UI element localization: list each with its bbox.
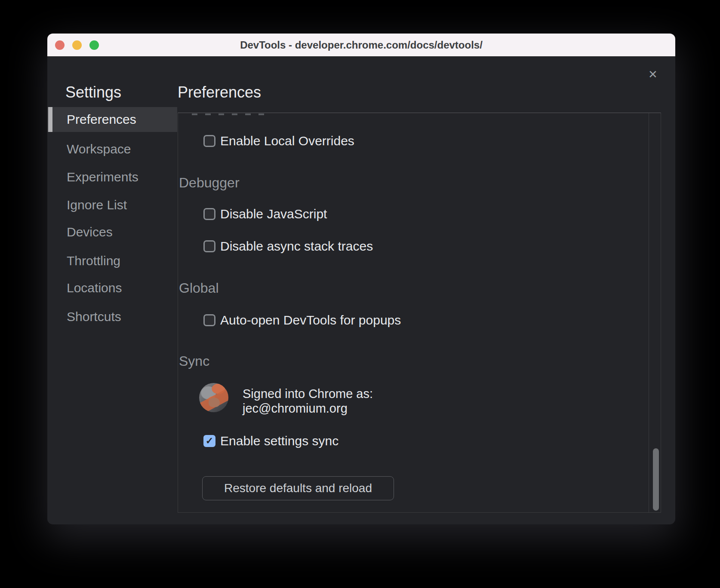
- close-traffic-light-icon[interactable]: [55, 40, 65, 50]
- minimize-traffic-light-icon[interactable]: [72, 40, 82, 50]
- setting-row-enable-local-overrides[interactable]: ✓ Enable Local Overrides: [203, 135, 354, 147]
- settings-heading: Settings: [65, 83, 121, 102]
- sidebar-item-devices[interactable]: Devices: [47, 220, 177, 245]
- checkbox-disable-javascript[interactable]: ✓: [203, 208, 215, 220]
- close-icon[interactable]: ✕: [646, 68, 660, 81]
- account-avatar: [199, 383, 228, 412]
- account-email: jec@chromium.org: [243, 401, 373, 416]
- traffic-lights: [55, 34, 99, 56]
- restore-defaults-button[interactable]: Restore defaults and reload: [202, 476, 394, 500]
- sidebar-item-preferences[interactable]: Preferences: [47, 107, 177, 132]
- setting-row-enable-settings-sync[interactable]: ✓ Enable settings sync: [203, 435, 338, 447]
- zoom-traffic-light-icon[interactable]: [89, 40, 99, 50]
- devtools-settings-window: DevTools - developer.chrome.com/docs/dev…: [47, 34, 675, 524]
- setting-row-disable-javascript[interactable]: ✓ Disable JavaScript: [203, 208, 327, 220]
- preferences-pane: ✓ Enable Local Overrides Debugger ✓ Disa…: [178, 113, 661, 513]
- checkbox-auto-open-devtools[interactable]: ✓: [203, 314, 215, 326]
- checkbox-enable-local-overrides[interactable]: ✓: [203, 135, 215, 147]
- section-heading-sync: Sync: [179, 353, 209, 369]
- checkbox-disable-async-stack-traces[interactable]: ✓: [203, 240, 215, 252]
- selected-tab-accent-bar: [48, 107, 52, 132]
- sidebar-item-locations[interactable]: Locations: [47, 276, 177, 300]
- section-heading-debugger: Debugger: [179, 175, 240, 191]
- clipped-scrolled-row: [192, 113, 264, 115]
- setting-row-disable-async-stack-traces[interactable]: ✓ Disable async stack traces: [203, 240, 373, 253]
- sidebar-item-workspace[interactable]: Workspace: [47, 137, 177, 162]
- account-info: Signed into Chrome as: jec@chromium.org: [243, 386, 373, 416]
- checkmark-icon: ✓: [206, 436, 213, 446]
- checkbox-enable-settings-sync[interactable]: ✓: [203, 435, 215, 447]
- sidebar-item-ignore-list[interactable]: Ignore List: [47, 193, 177, 217]
- section-heading-global: Global: [179, 280, 219, 296]
- window-titlebar[interactable]: DevTools - developer.chrome.com/docs/dev…: [47, 34, 675, 57]
- window-title: DevTools - developer.chrome.com/docs/dev…: [240, 39, 483, 51]
- sidebar-item-throttling[interactable]: Throttling: [47, 248, 177, 273]
- page-title: Preferences: [178, 83, 261, 102]
- setting-row-auto-open-devtools[interactable]: ✓ Auto-open DevTools for popups: [203, 314, 401, 327]
- signed-in-text: Signed into Chrome as:: [243, 386, 373, 401]
- sidebar-item-experiments[interactable]: Experiments: [47, 165, 177, 190]
- screen-background: DevTools - developer.chrome.com/docs/dev…: [0, 0, 720, 588]
- scrollbar-thumb[interactable]: [653, 448, 659, 511]
- sidebar-item-shortcuts[interactable]: Shortcuts: [47, 304, 177, 329]
